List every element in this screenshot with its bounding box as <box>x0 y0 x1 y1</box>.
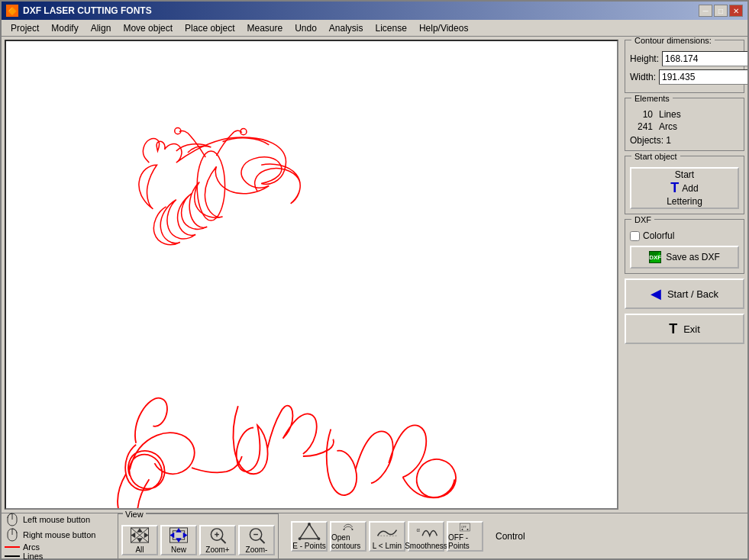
zoom-plus-button[interactable]: Zoom+ <box>199 525 236 555</box>
contour-dimensions-label: Contour dimensions: <box>631 37 715 45</box>
svg-text:OFF: OFF <box>461 526 467 529</box>
e-points-button[interactable]: E - Points <box>291 521 328 552</box>
t-icon: T <box>670 180 679 196</box>
all-button[interactable]: All <box>121 525 158 555</box>
start-btn-start-label: Start <box>675 169 694 180</box>
svg-marker-11 <box>137 538 143 542</box>
back-arrow-icon: ◀ <box>651 285 661 302</box>
smoothness-button[interactable]: α Smoothness <box>408 521 444 552</box>
width-input[interactable] <box>659 69 747 85</box>
arcs-legend-line <box>5 546 20 548</box>
height-label: Height: <box>630 53 659 64</box>
main-content: Contour dimensions: Height: Width: Eleme… <box>2 37 747 513</box>
arcs-legend-label: Arcs <box>23 542 40 552</box>
zoom-plus-icon <box>207 526 228 544</box>
svg-point-31 <box>344 529 345 530</box>
zoom-minus-icon <box>246 526 267 544</box>
dxf-group: DXF Colorful DXF Save as DXF <box>625 219 744 274</box>
height-row: Height: <box>630 51 739 66</box>
start-object-label: Start object <box>631 152 680 161</box>
all-label: All <box>135 546 144 554</box>
menu-place-object[interactable]: Place object <box>179 21 241 35</box>
width-label: Width: <box>630 72 656 82</box>
menu-license[interactable]: License <box>370 21 413 35</box>
dxf-file-icon: DXF <box>649 251 661 263</box>
maximize-button[interactable]: □ <box>714 5 728 17</box>
toolbar-group: E - Points Open contours L < Lmin <box>291 521 483 552</box>
menu-undo[interactable]: Undo <box>289 21 323 35</box>
elements-group: Elements 10 Lines 241 Arcs Objects: 1 <box>625 98 744 151</box>
svg-marker-16 <box>176 527 182 532</box>
title-bar-left: 🔶 DXF LASER CUTTING FONTS <box>6 5 152 17</box>
view-label: View <box>123 510 146 519</box>
colorful-checkbox[interactable] <box>630 231 640 241</box>
svg-marker-12 <box>131 532 136 538</box>
start-btn-add-label: Add <box>682 183 698 194</box>
save-dxf-button[interactable]: DXF Save as DXF <box>630 246 739 269</box>
start-back-button[interactable]: ◀ Start / Back <box>625 278 744 309</box>
menu-modify[interactable]: Modify <box>45 21 84 35</box>
l-lmin-button[interactable]: L < Lmin <box>369 521 405 552</box>
arcs-legend-row: Arcs <box>5 542 111 552</box>
e-points-icon <box>298 523 321 540</box>
close-button[interactable]: ✕ <box>729 5 743 17</box>
open-contours-label: Open contours <box>331 533 365 550</box>
menu-help[interactable]: Help/Videos <box>413 21 475 35</box>
window-title: DXF LASER CUTTING FONTS <box>23 5 152 16</box>
zoom-minus-label: Zoom- <box>246 546 268 554</box>
arcs-row: 241 Arcs <box>630 121 739 132</box>
menu-align[interactable]: Align <box>85 21 118 35</box>
menu-project[interactable]: Project <box>5 21 45 35</box>
open-contours-button[interactable]: Open contours <box>330 521 366 552</box>
right-mouse-icon <box>5 527 20 542</box>
svg-point-0 <box>197 151 224 220</box>
title-bar: 🔶 DXF LASER CUTTING FONTS ─ □ ✕ <box>2 2 747 20</box>
start-back-label: Start / Back <box>667 288 718 300</box>
control-label: Control <box>496 531 525 542</box>
svg-marker-13 <box>144 532 149 538</box>
exit-t-icon: T <box>669 321 677 337</box>
svg-point-28 <box>308 523 311 526</box>
minimize-button[interactable]: ─ <box>699 5 712 17</box>
start-btn-lettering-label: Lettering <box>667 196 702 207</box>
e-points-label: E - Points <box>292 542 325 550</box>
zoom-minus-button[interactable]: Zoom- <box>238 525 275 555</box>
title-buttons: ─ □ ✕ <box>699 5 743 17</box>
off-points-button[interactable]: OFF OFF - Points <box>447 521 483 552</box>
mouse-info: Left mouse button Right mouse button Arc… <box>5 512 111 561</box>
svg-line-23 <box>221 539 226 543</box>
lines-row: 10 Lines <box>630 109 739 120</box>
canvas-area[interactable] <box>5 40 618 510</box>
lines-legend-row: Lines <box>5 552 111 561</box>
zoom-plus-label: Zoom+ <box>205 546 229 554</box>
menu-move-object[interactable]: Move object <box>117 21 179 35</box>
height-input[interactable] <box>662 51 747 66</box>
svg-marker-17 <box>176 538 182 542</box>
all-icon <box>129 526 150 544</box>
objects-label: Objects: <box>630 135 663 146</box>
svg-marker-27 <box>300 523 319 538</box>
exit-button[interactable]: T Exit <box>625 314 744 344</box>
left-mouse-icon <box>5 512 20 527</box>
lines-legend-line <box>5 555 20 557</box>
l-lmin-icon <box>376 523 399 540</box>
menu-analysis[interactable]: Analysis <box>323 21 370 35</box>
arcs-count: 241 <box>630 121 653 132</box>
drawing-canvas <box>6 41 617 508</box>
svg-point-38 <box>467 529 469 530</box>
l-lmin-label: L < Lmin <box>373 542 402 550</box>
new-button[interactable]: New <box>160 525 197 555</box>
menu-measure[interactable]: Measure <box>241 21 289 35</box>
start-add-lettering-button[interactable]: Start T Add Lettering <box>630 167 739 209</box>
objects-row: Objects: 1 <box>630 135 739 146</box>
width-row: Width: <box>630 69 739 85</box>
off-points-label: OFF - Points <box>448 533 482 550</box>
lines-label: Lines <box>659 109 681 120</box>
app-icon: 🔶 <box>6 5 18 17</box>
smoothness-label: Smoothness <box>405 542 447 550</box>
new-icon <box>168 526 189 544</box>
contour-dimensions-group: Contour dimensions: Height: Width: <box>625 40 744 93</box>
colorful-row: Colorful <box>630 230 739 241</box>
exit-label: Exit <box>683 323 700 335</box>
left-mouse-label: Left mouse button <box>23 515 90 524</box>
